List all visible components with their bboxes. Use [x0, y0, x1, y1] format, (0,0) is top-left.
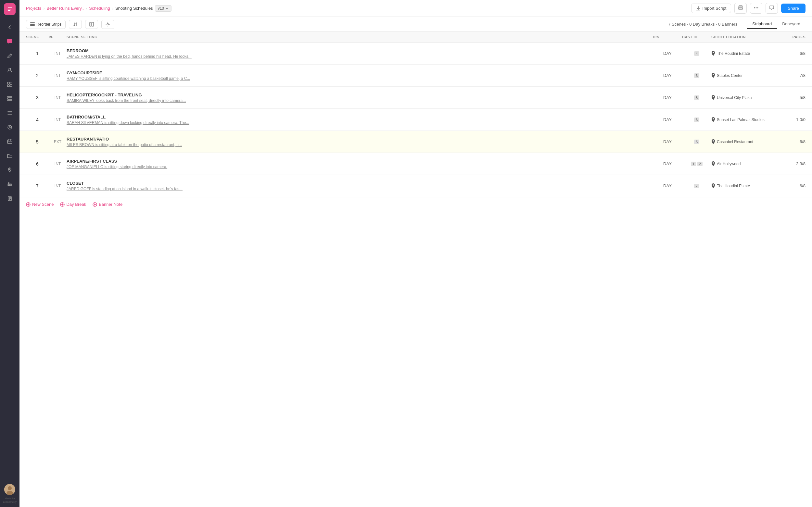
chat-active-icon[interactable] [4, 36, 15, 47]
scene-number: 5 [26, 139, 49, 145]
back-icon[interactable] [4, 21, 15, 33]
pages: 6/8 [776, 51, 806, 56]
cast-badge: 5 [694, 139, 699, 144]
shoot-location: Air Hollywood [711, 161, 776, 167]
ie-indicator: INT [49, 96, 66, 100]
scene-number: 4 [26, 117, 49, 122]
shoot-location: The Houdini Estate [711, 51, 776, 56]
svg-rect-26 [30, 22, 35, 23]
scene-number: 3 [26, 95, 49, 100]
table-row[interactable]: 1 INT BEDROOM JAMES HARDEN is lying on t… [19, 43, 812, 65]
ie-indicator: INT [49, 51, 66, 56]
svg-rect-8 [7, 98, 12, 99]
day-break-link[interactable]: Day Break [60, 202, 86, 207]
banner-note-link[interactable]: Banner Note [93, 202, 122, 207]
scene-number: 1 [26, 51, 49, 56]
setting-name: GYM/COURTSIDE [66, 70, 653, 75]
cast-ids: 6 [682, 117, 711, 122]
day-break-icon [60, 202, 65, 207]
tab-boneyard[interactable]: Boneyard [777, 19, 806, 29]
banner-note-icon [93, 202, 97, 207]
svg-point-25 [757, 7, 758, 8]
more-options-button[interactable] [750, 3, 762, 14]
scene-number: 6 [26, 161, 49, 167]
cast-badge: 3 [694, 73, 699, 78]
import-script-button[interactable]: Import Script [691, 4, 731, 13]
board-icon[interactable] [4, 78, 15, 90]
table-header: SCENE I/E SCENE SETTING D/N CAST ID SHOO… [19, 32, 812, 43]
setting-description[interactable]: MILES BROWN is sitting at a table on the… [66, 143, 229, 147]
book-icon[interactable] [4, 193, 15, 205]
sort-button[interactable] [69, 20, 82, 29]
tab-stripboard[interactable]: Stripboard [747, 19, 777, 29]
calendar-icon[interactable] [4, 136, 15, 147]
comment-icon [769, 5, 774, 10]
table-row[interactable]: 3 INT HELICOPTER/COCKPIT - TRAVELING SAM… [19, 87, 812, 109]
comment-button[interactable] [766, 3, 778, 14]
setting-description[interactable]: SARAH SILVERMAN is sitting down looking … [66, 120, 229, 125]
new-scene-link[interactable]: New Scene [26, 202, 54, 207]
setting-description[interactable]: SAMIRA WILEY looks back from the front s… [66, 98, 229, 103]
ellipsis-icon [754, 5, 759, 10]
scene-number: 7 [26, 183, 49, 188]
breadcrumb-projects[interactable]: Projects [26, 6, 41, 11]
col-location: SHOOT LOCATION [711, 35, 776, 39]
cast-ids: 5 [682, 139, 711, 144]
svg-point-11 [9, 127, 10, 128]
top-header: Projects › Better Ruins Every.. › Schedu… [19, 0, 812, 17]
pen-icon[interactable] [4, 50, 15, 62]
table-row[interactable]: 5 EXT RESTAURANT/PATIO MILES BROWN is si… [19, 131, 812, 153]
table-row[interactable]: 6 INT AIRPLANE/FIRST CLASS JOE MANGANIEL… [19, 153, 812, 175]
pin-icon [711, 139, 715, 145]
breadcrumb-project[interactable]: Better Ruins Every.. [46, 6, 84, 11]
version-badge[interactable]: v10 [155, 5, 171, 12]
day-night-indicator: DAY [653, 51, 682, 56]
film-icon[interactable] [4, 121, 15, 133]
svg-rect-28 [30, 25, 35, 26]
ie-indicator: INT [49, 184, 66, 188]
sliders-icon[interactable] [4, 178, 15, 190]
pin-icon [711, 95, 715, 100]
breadcrumb-current: Shooting Schedules [115, 6, 153, 11]
scene-setting: HELICOPTER/COCKPIT - TRAVELING SAMIRA WI… [66, 90, 653, 106]
svg-rect-7 [7, 96, 12, 97]
cast-badge: 4 [694, 51, 699, 56]
columns-button[interactable] [85, 20, 98, 29]
sidebar: Made By Leanometry [0, 0, 19, 507]
breadcrumb-sep-1: › [43, 6, 45, 11]
setting-description[interactable]: JARED GOFF is standing at an island in a… [66, 187, 229, 191]
setting-description[interactable]: RAMY YOUSSEF is sitting courtside watchi… [66, 76, 229, 81]
list-icon[interactable] [4, 107, 15, 119]
setting-description[interactable]: JOE MANGANIELLO is sitting staring direc… [66, 165, 229, 169]
table-row[interactable]: 4 INT BATHROOM/STALL SARAH SILVERMAN is … [19, 109, 812, 131]
col-ie: I/E [49, 35, 66, 39]
setting-description[interactable]: JAMES HARDEN is lying on the bed, hands … [66, 54, 229, 59]
print-button[interactable] [734, 3, 747, 14]
folder-icon[interactable] [4, 150, 15, 162]
avatar[interactable] [4, 484, 15, 495]
app-logo[interactable] [4, 3, 15, 15]
scene-setting: BEDROOM JAMES HARDEN is lying on the bed… [66, 46, 653, 61]
strips-icon[interactable] [4, 93, 15, 105]
reorder-strips-button[interactable]: Reorder Strips [26, 20, 66, 29]
person-icon[interactable] [4, 64, 15, 76]
table-row[interactable]: 7 INT CLOSET JARED GOFF is standing at a… [19, 175, 812, 197]
table-row[interactable]: 2 INT GYM/COURTSIDE RAMY YOUSSEF is sitt… [19, 65, 812, 87]
svg-rect-5 [7, 85, 9, 87]
svg-point-18 [8, 486, 12, 490]
svg-point-38 [713, 184, 714, 186]
breadcrumb-scheduling[interactable]: Scheduling [89, 6, 110, 11]
setting-name: CLOSET [66, 181, 653, 186]
settings-button[interactable] [101, 20, 114, 29]
share-button[interactable]: Share [781, 4, 806, 13]
location-icon[interactable] [4, 164, 15, 176]
columns-icon [89, 22, 94, 26]
shoot-location: The Houdini Estate [711, 183, 776, 188]
scene-setting: BATHROOM/STALL SARAH SILVERMAN is sittin… [66, 112, 653, 127]
gear-icon [106, 22, 110, 26]
svg-point-2 [9, 68, 11, 70]
svg-point-33 [713, 74, 714, 75]
svg-rect-4 [10, 82, 12, 84]
shoot-location: Cascabel Restaurant [711, 139, 776, 145]
reorder-icon [30, 22, 35, 26]
